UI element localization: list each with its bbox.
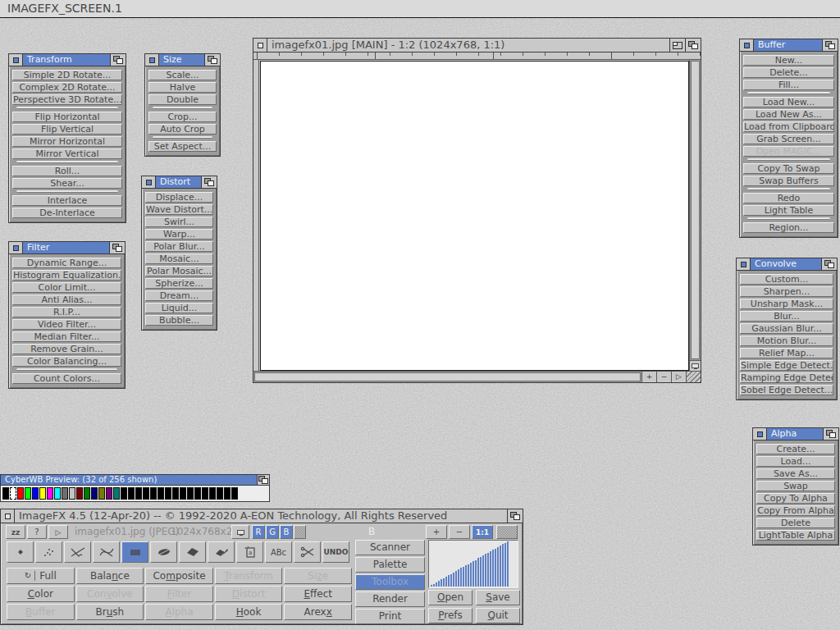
menu-button-crop[interactable]: Crop... bbox=[148, 112, 217, 122]
close-icon[interactable] bbox=[1, 509, 15, 523]
curve-tool[interactable] bbox=[93, 541, 120, 563]
menu-button-copy-to-alpha[interactable]: Copy To Alpha bbox=[756, 493, 835, 504]
menu-button-flip-horizontal[interactable]: Flip Horizontal bbox=[12, 112, 122, 122]
menu-button-shear[interactable]: Shear... bbox=[12, 178, 122, 189]
titlebar[interactable]: Distort bbox=[142, 176, 217, 189]
action-button-quit[interactable]: Quit bbox=[476, 608, 520, 623]
menu-button-mirror-vertical[interactable]: Mirror Vertical bbox=[12, 148, 122, 159]
palette-swatch-6[interactable] bbox=[47, 487, 53, 500]
menu-button-create[interactable]: Create... bbox=[756, 444, 835, 454]
screen-mode-icon[interactable] bbox=[231, 525, 249, 539]
palette-swatch-25[interactable] bbox=[187, 487, 194, 500]
depth-icon[interactable] bbox=[823, 428, 838, 440]
menu-button-new[interactable]: New... bbox=[743, 55, 834, 66]
menu-button-custom[interactable]: Custom... bbox=[740, 274, 833, 285]
palette-swatch-18[interactable] bbox=[135, 487, 142, 500]
ellipse-tool[interactable] bbox=[150, 541, 177, 563]
depth-icon[interactable] bbox=[204, 54, 220, 66]
menu-button-auto-crop[interactable]: Auto Crop bbox=[148, 124, 217, 135]
depth-icon[interactable] bbox=[821, 258, 837, 270]
command-button-full[interactable]: ↻Full bbox=[7, 568, 75, 584]
blue-channel-button[interactable]: B bbox=[280, 525, 293, 539]
menu-button-perspective-3d-rotate[interactable]: Perspective 3D Rotate... bbox=[12, 94, 122, 105]
palette-swatch-2[interactable] bbox=[17, 487, 24, 500]
palette-swatch-23[interactable] bbox=[172, 487, 179, 500]
panel-button-render[interactable]: Render bbox=[355, 591, 425, 607]
titlebar[interactable]: ImageFX 4.5 (12-Apr-20) -- © 1992-2020 A… bbox=[1, 509, 523, 523]
command-button-hook[interactable]: Hook bbox=[215, 604, 283, 620]
menu-button-load-new[interactable]: Load New... bbox=[743, 97, 834, 107]
palette-swatch-17[interactable] bbox=[128, 487, 135, 500]
action-button-save[interactable]: Save bbox=[476, 590, 520, 605]
depth-icon[interactable] bbox=[685, 39, 701, 52]
panel-button-palette[interactable]: Palette bbox=[355, 557, 425, 573]
zoom-out-button[interactable]: − bbox=[449, 525, 470, 539]
menu-button-grab-screen[interactable]: Grab Screen... bbox=[743, 134, 834, 144]
menu-button-complex-2d-rotate[interactable]: Complex 2D Rotate... bbox=[12, 82, 122, 93]
titlebar[interactable]: Size bbox=[145, 54, 220, 66]
rectangle-tool[interactable] bbox=[121, 541, 148, 563]
menu-button-count-colors[interactable]: Count Colors... bbox=[12, 373, 121, 384]
menu-button-polar-mosaic[interactable]: Polar Mosaic... bbox=[145, 266, 213, 276]
menu-button-warp[interactable]: Warp... bbox=[145, 229, 213, 240]
panel-button-print[interactable]: Print bbox=[355, 609, 425, 624]
depth-icon[interactable] bbox=[822, 39, 838, 51]
menu-button-spherize[interactable]: Spherize... bbox=[145, 278, 213, 289]
palette-swatch-28[interactable] bbox=[209, 487, 216, 500]
panel-button-toolbox[interactable]: Toolbox bbox=[355, 574, 425, 590]
command-button-effect[interactable]: Effect bbox=[284, 586, 352, 602]
red-channel-button[interactable]: R bbox=[252, 525, 265, 539]
menu-button-swirl[interactable]: Swirl... bbox=[145, 217, 213, 227]
command-button-arexx[interactable]: Arexx bbox=[284, 604, 352, 620]
palette-swatch-31[interactable] bbox=[231, 487, 238, 500]
clipboard-tool[interactable]: a bbox=[236, 541, 263, 563]
palette-swatch-27[interactable] bbox=[202, 487, 208, 500]
depth-icon[interactable] bbox=[110, 54, 126, 66]
menu-button-gaussian-blur[interactable]: Gaussian Blur... bbox=[740, 323, 833, 334]
pan-icon[interactable]: ▷ bbox=[671, 372, 686, 382]
depth-icon[interactable] bbox=[109, 242, 125, 253]
palette-swatch-30[interactable] bbox=[224, 487, 231, 500]
menu-button-halve[interactable]: Halve bbox=[148, 82, 217, 93]
palette-swatch-20[interactable] bbox=[150, 487, 157, 500]
resize-handle[interactable] bbox=[686, 372, 701, 382]
menu-button-fill[interactable]: Fill... bbox=[743, 80, 834, 90]
palette-swatch-11[interactable] bbox=[84, 487, 90, 500]
palette-swatch-3[interactable] bbox=[25, 487, 31, 500]
menu-button-polar-blur[interactable]: Polar Blur... bbox=[145, 241, 213, 252]
panel-button-scanner[interactable]: Scanner bbox=[355, 540, 425, 555]
palette-swatch-24[interactable] bbox=[180, 487, 186, 500]
menu-button-color-limit[interactable]: Color Limit... bbox=[12, 282, 121, 293]
menu-button-sobel-edge-detect[interactable]: Sobel Edge Detect... bbox=[740, 385, 833, 395]
menu-button-anti-alias[interactable]: Anti Alias... bbox=[12, 294, 121, 305]
palette-swatch-8[interactable] bbox=[62, 487, 68, 500]
close-icon[interactable] bbox=[253, 39, 267, 52]
menu-button-relief-map[interactable]: Relief Map... bbox=[740, 348, 833, 358]
zoom-out-button[interactable]: − bbox=[656, 372, 671, 382]
close-icon[interactable] bbox=[145, 54, 159, 66]
green-channel-button[interactable]: G bbox=[266, 525, 279, 539]
line-tool[interactable] bbox=[64, 541, 91, 563]
text-tool[interactable]: ABc bbox=[265, 541, 292, 563]
menu-button-load-new-as[interactable]: Load New As... bbox=[743, 109, 834, 120]
menu-button-swap[interactable]: Swap bbox=[756, 481, 835, 491]
menu-button-dynamic-range[interactable]: Dynamic Range... bbox=[12, 258, 121, 268]
command-button-balance[interactable]: Balance bbox=[76, 568, 144, 584]
palette-swatch-26[interactable] bbox=[194, 487, 201, 500]
palette-swatch-9[interactable] bbox=[69, 487, 75, 500]
image-canvas[interactable] bbox=[260, 61, 689, 371]
menu-button-wave-distort[interactable]: Wave Distort... bbox=[145, 204, 213, 215]
palette-swatch-1[interactable] bbox=[10, 487, 16, 500]
sleep-button[interactable]: zz bbox=[6, 525, 25, 539]
palette-swatch-22[interactable] bbox=[165, 487, 171, 500]
vertical-scrollbar[interactable] bbox=[689, 60, 701, 371]
zoom-in-button[interactable]: + bbox=[426, 525, 447, 539]
palette-swatch-12[interactable] bbox=[91, 487, 98, 500]
palette-swatch-21[interactable] bbox=[158, 487, 164, 500]
menu-button-mirror-horizontal[interactable]: Mirror Horizontal bbox=[12, 136, 122, 147]
palette-swatch-15[interactable] bbox=[113, 487, 120, 500]
close-icon[interactable] bbox=[9, 242, 23, 253]
depth-icon[interactable] bbox=[257, 475, 269, 485]
menu-button-mosaic[interactable]: Mosaic... bbox=[145, 253, 213, 264]
menu-button-sharpen[interactable]: Sharpen... bbox=[740, 286, 833, 297]
